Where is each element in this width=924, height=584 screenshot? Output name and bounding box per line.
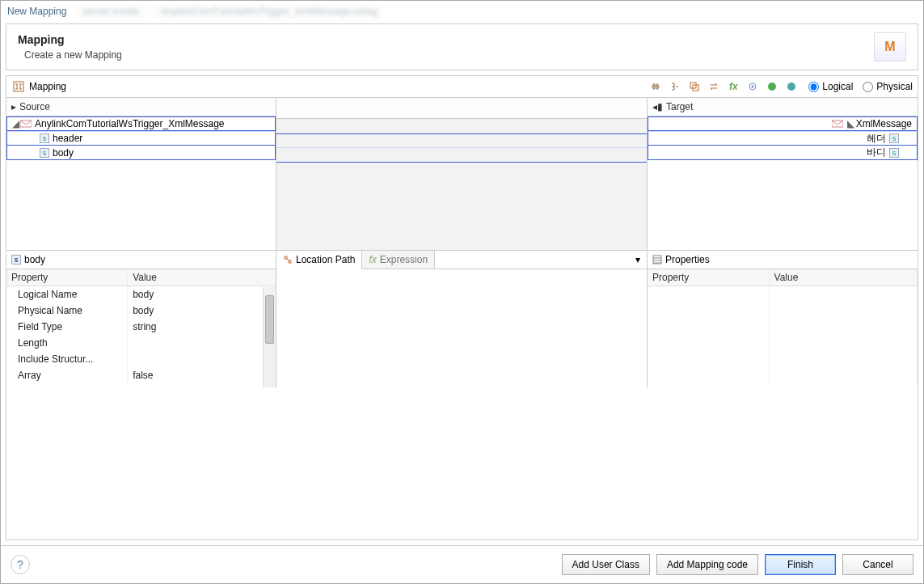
scrollbar[interactable] [263, 287, 276, 387]
gear-icon[interactable] [745, 79, 760, 94]
prop-row[interactable] [648, 351, 918, 367]
fx-icon[interactable]: fx [726, 79, 740, 94]
msg-icon [20, 119, 32, 129]
collapse-icon[interactable]: ◢ [11, 118, 20, 129]
dot-green-icon[interactable] [765, 79, 779, 94]
source-label: Source [19, 101, 50, 112]
source-field-body[interactable]: s body [6, 146, 276, 160]
tree-icon[interactable] [668, 79, 682, 94]
panel-menu-dropdown[interactable]: ▾ [629, 251, 647, 269]
svg-rect-0 [14, 82, 23, 91]
target-field-header[interactable]: 헤더 s [648, 131, 918, 146]
col-property: Property [648, 269, 769, 286]
prop-row[interactable] [648, 286, 918, 303]
cancel-button[interactable]: Cancel [842, 554, 913, 575]
source-field-header[interactable]: s header [6, 131, 276, 146]
selected-properties-panel: s body Property Value Logical Namebody P… [6, 251, 276, 387]
source-root[interactable]: ◢ AnylinkComTutorialWsTrigger_XmlMessage [6, 116, 276, 131]
view-logical-radio[interactable]: Logical [808, 81, 853, 92]
selected-properties-table: Property Value Logical Namebody Physical… [6, 269, 276, 387]
prop-row[interactable]: Physical Namebody [6, 303, 276, 319]
string-type-icon: s [40, 133, 49, 143]
wizard-header: Mapping Create a new Mapping M [6, 23, 918, 70]
prop-row[interactable]: Field Typestring [6, 319, 276, 335]
fx-icon: fx [369, 254, 376, 265]
string-type-icon: s [11, 255, 21, 264]
wizard-description: Create a new Mapping [24, 49, 122, 61]
expand-icon[interactable]: ▸ [11, 101, 16, 112]
expression-body[interactable] [276, 269, 647, 387]
dot-teal-icon[interactable] [784, 79, 799, 94]
string-type-icon: s [40, 148, 49, 158]
tab-expression[interactable]: fx Expression [362, 251, 435, 269]
target-label: Target [666, 101, 693, 112]
window-titlebar: New Mapping server.xnode AnylinkComTutor… [1, 1, 923, 22]
col-value: Value [769, 269, 917, 286]
window-title: New Mapping [7, 6, 66, 17]
target-field-body[interactable]: 바디 s [648, 146, 918, 160]
col-value: Value [128, 269, 276, 286]
selected-field-name: body [24, 254, 45, 265]
view-physical-radio[interactable]: Physical [863, 81, 913, 92]
mapping-app-icon: M [874, 32, 906, 61]
help-icon[interactable]: ? [11, 555, 30, 574]
mapping-canvas[interactable] [276, 98, 648, 250]
finish-button[interactable]: Finish [765, 554, 836, 575]
collapse-icon[interactable]: ◣ [846, 118, 856, 129]
wizard-title: Mapping [18, 33, 122, 46]
expression-panel: Location Path fx Expression ▾ [276, 251, 648, 387]
target-pane: ◂▮ Target XmlMessage ◣ 헤더 s 바디 s [648, 98, 918, 250]
prop-row[interactable]: Include Structur... [6, 351, 276, 367]
add-mapping-code-button[interactable]: Add Mapping code [656, 554, 758, 575]
prop-row[interactable] [648, 303, 918, 319]
background-tab: server.xnode [76, 4, 145, 19]
svg-point-4 [752, 86, 754, 88]
swap-icon[interactable] [707, 79, 721, 94]
wizard-button-bar: ? Add User Class Add Mapping code Finish… [1, 545, 923, 583]
tab-location-path[interactable]: Location Path [276, 251, 362, 269]
add-user-class-button[interactable]: Add User Class [562, 554, 650, 575]
string-type-icon: s [889, 133, 899, 143]
prop-row[interactable] [648, 367, 918, 383]
mapping-toolbar: Mapping fx Logical Physical [6, 76, 918, 98]
link-icon[interactable] [648, 79, 663, 94]
svg-point-5 [768, 83, 776, 91]
properties-label: Properties [665, 254, 710, 265]
string-type-icon: s [889, 148, 899, 158]
source-pane: ▸ Source ◢ AnylinkComTutorialWsTrigger_X… [6, 98, 276, 250]
properties-icon [652, 255, 662, 264]
right-properties-table: Property Value [648, 269, 918, 387]
prop-row[interactable] [648, 319, 918, 335]
col-property: Property [6, 269, 128, 286]
right-properties-panel: Properties Property Value [648, 251, 918, 387]
background-tab: AnylinkComTutorialWsTrigger_XmlMessage.u… [154, 4, 383, 19]
prop-row[interactable]: Length [6, 335, 276, 351]
prop-row[interactable]: Logical Namebody [6, 286, 276, 303]
collapse-icon[interactable]: ◂▮ [652, 101, 663, 112]
prop-row[interactable] [648, 335, 918, 351]
location-path-icon [283, 255, 293, 264]
mapping-section-label: Mapping [29, 81, 66, 92]
mapping-section-icon [11, 79, 26, 94]
prop-row[interactable]: Arrayfalse [6, 367, 276, 383]
target-root[interactable]: XmlMessage ◣ [648, 116, 918, 131]
copy-icon[interactable] [687, 79, 702, 94]
svg-point-6 [787, 83, 795, 91]
msg-icon [832, 119, 843, 129]
